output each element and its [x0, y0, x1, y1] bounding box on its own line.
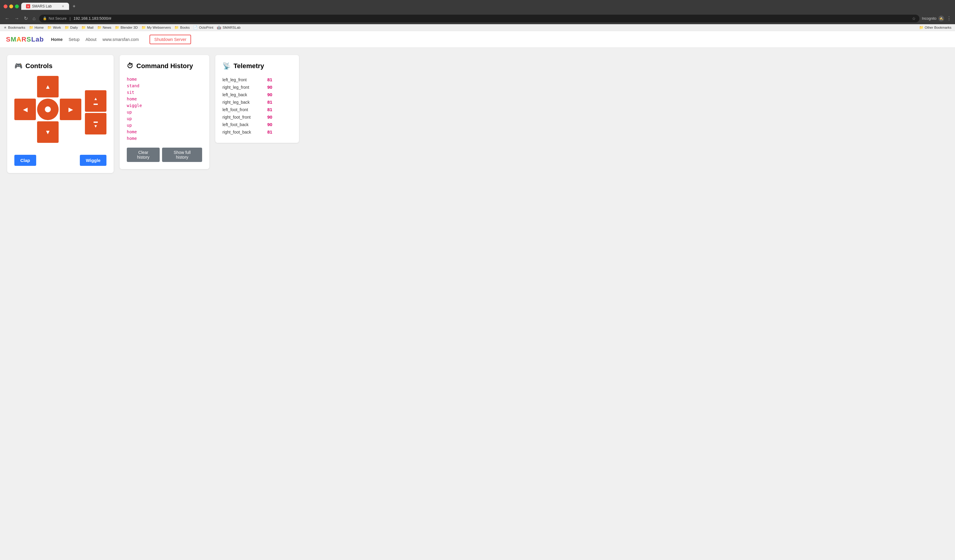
- bookmark-books-label: Books: [180, 26, 189, 29]
- telemetry-card: 📡 Telemetry left_leg_front81right_leg_fr…: [215, 55, 299, 143]
- telemetry-label: left_leg_back: [222, 92, 267, 97]
- dpad-down-arrow: ▼: [45, 129, 51, 136]
- controls-card: 🎮 Controls ▲ ◀ ▶: [7, 55, 114, 173]
- telemetry-list-item: left_foot_front81: [222, 106, 292, 113]
- bookmark-mail[interactable]: 📁 Mail: [81, 25, 93, 30]
- telemetry-label: left_leg_front: [222, 77, 267, 82]
- dpad-center-button[interactable]: [37, 98, 59, 120]
- dpad-right-button[interactable]: ▶: [60, 98, 81, 120]
- bookmarks-star-icon: ★: [3, 25, 7, 30]
- telemetry-value: 90: [267, 84, 272, 90]
- history-list-item: up: [127, 109, 202, 115]
- bookmark-work-folder-icon: 📁: [47, 25, 52, 30]
- action-buttons: Clap Wiggle: [14, 155, 106, 166]
- bookmark-octoprint-icon: 📄: [193, 25, 198, 30]
- telemetry-label: right_foot_front: [222, 115, 267, 120]
- back-button[interactable]: ←: [3, 15, 11, 22]
- bookmark-news-label: News: [103, 26, 111, 29]
- clear-history-button[interactable]: Clear history: [127, 148, 160, 162]
- app-logo: SMARSLab: [6, 36, 44, 43]
- bookmark-daily-folder-icon: 📁: [64, 25, 69, 30]
- tab-favicon: S: [26, 4, 30, 8]
- telemetry-list-item: right_leg_back81: [222, 98, 292, 106]
- bookmark-smarslab-icon: 🤖: [217, 25, 221, 30]
- telemetry-label: right_leg_back: [222, 100, 267, 105]
- nav-setup[interactable]: Setup: [69, 36, 80, 43]
- logo-lab: Lab: [31, 36, 44, 43]
- forward-button[interactable]: →: [13, 15, 20, 22]
- new-tab-button[interactable]: +: [70, 2, 78, 10]
- home-nav-button[interactable]: ⌂: [31, 15, 37, 22]
- wiggle-button[interactable]: Wiggle: [80, 155, 106, 166]
- bookmark-news[interactable]: 📁 News: [97, 25, 111, 30]
- clap-button[interactable]: Clap: [14, 155, 36, 166]
- bookmarks-bar: ★ Bookmarks 📁 Home 📁 Work 📁 Daily 📁 Mail…: [0, 24, 955, 31]
- bookmark-webservers[interactable]: 📁 My Webservers: [141, 25, 171, 30]
- logo-r: R: [22, 36, 27, 43]
- history-list-item: stand: [127, 83, 202, 89]
- dpad2-up-button[interactable]: ▲▬: [85, 90, 106, 112]
- active-tab[interactable]: S SMARS Lab ✕: [21, 3, 69, 10]
- logo-s: S: [6, 36, 11, 43]
- logo-a: A: [16, 36, 22, 43]
- dpad-up-button[interactable]: ▲: [37, 76, 59, 97]
- telemetry-list-item: right_foot_back81: [222, 128, 292, 136]
- close-window-button[interactable]: [3, 5, 8, 8]
- bookmark-blender[interactable]: 📁 Blender 3D: [115, 25, 138, 30]
- other-bookmarks[interactable]: 📁 Other Bookmarks: [919, 25, 952, 30]
- dpad2-down-button[interactable]: ▬▼: [85, 113, 106, 134]
- bookmark-bookmarks[interactable]: ★ Bookmarks: [3, 25, 25, 30]
- telemetry-list-item: left_leg_back90: [222, 91, 292, 98]
- incognito-icon: 🕵: [938, 16, 944, 22]
- bookmark-daily[interactable]: 📁 Daily: [64, 25, 78, 30]
- logo-s2: S: [27, 36, 31, 43]
- traffic-lights: [3, 5, 19, 8]
- dpad-down-button[interactable]: ▼: [37, 121, 59, 143]
- nav-smarsfan[interactable]: www.smarsfan.com: [103, 36, 139, 43]
- bookmark-folder-icon: 📁: [29, 25, 33, 30]
- telemetry-icon: 📡: [222, 62, 230, 70]
- main-content: 🎮 Controls ▲ ◀ ▶: [0, 48, 955, 560]
- bookmark-webservers-folder-icon: 📁: [141, 25, 146, 30]
- address-bar[interactable]: 🔒 Not Secure | 192.168.1.183:5000/# ☆: [39, 15, 920, 22]
- browser-menu-button[interactable]: ⋮: [947, 16, 952, 21]
- controls-icon: 🎮: [14, 62, 22, 70]
- dpad-up-arrow: ▲: [45, 83, 51, 90]
- bookmark-octoprint[interactable]: 📄 OctoPrint: [193, 25, 213, 30]
- bookmark-webservers-label: My Webservers: [147, 26, 171, 29]
- minimize-window-button[interactable]: [9, 5, 13, 8]
- history-list-item: wiggle: [127, 102, 202, 109]
- bookmark-smarslab-label: SMARSLab: [222, 26, 240, 29]
- security-icon: 🔒: [43, 16, 47, 20]
- bookmark-star-button[interactable]: ☆: [912, 16, 916, 21]
- telemetry-list-item: right_leg_front90: [222, 83, 292, 91]
- show-full-history-button[interactable]: Show full history: [162, 148, 202, 162]
- history-list-item: home: [127, 96, 202, 102]
- nav-about[interactable]: About: [86, 36, 97, 43]
- controls-title: 🎮 Controls: [14, 62, 106, 70]
- bookmark-books[interactable]: 📁 Books: [174, 25, 189, 30]
- dpad-left-button[interactable]: ◀: [14, 98, 36, 120]
- bookmark-home[interactable]: 📁 Home: [29, 25, 44, 30]
- security-label: Not Secure: [49, 16, 67, 20]
- shutdown-server-button[interactable]: Shutdown Server: [149, 35, 191, 44]
- telemetry-list: left_leg_front81right_leg_front90left_le…: [222, 76, 292, 136]
- dpad-center-circle: [45, 106, 51, 112]
- tab-close-button[interactable]: ✕: [62, 5, 64, 8]
- telemetry-title: 📡 Telemetry: [222, 62, 292, 70]
- fullscreen-window-button[interactable]: [15, 5, 19, 8]
- history-list-item: home: [127, 135, 202, 142]
- bookmark-blender-folder-icon: 📁: [115, 25, 119, 30]
- app-navbar: SMARSLab Home Setup About www.smarsfan.c…: [0, 31, 955, 48]
- history-list-item: up: [127, 115, 202, 122]
- reload-button[interactable]: ↻: [23, 14, 29, 22]
- bookmark-smarslab[interactable]: 🤖 SMARSLab: [217, 25, 240, 30]
- telemetry-value: 81: [267, 100, 272, 105]
- bookmark-octoprint-label: OctoPrint: [199, 26, 213, 29]
- telemetry-value: 81: [267, 77, 272, 82]
- bookmark-work[interactable]: 📁 Work: [47, 25, 61, 30]
- nav-home[interactable]: Home: [51, 36, 63, 43]
- bookmark-books-folder-icon: 📁: [174, 25, 179, 30]
- dpad2-up-arrow: ▲▬: [94, 96, 98, 106]
- telemetry-label: left_foot_front: [222, 107, 267, 112]
